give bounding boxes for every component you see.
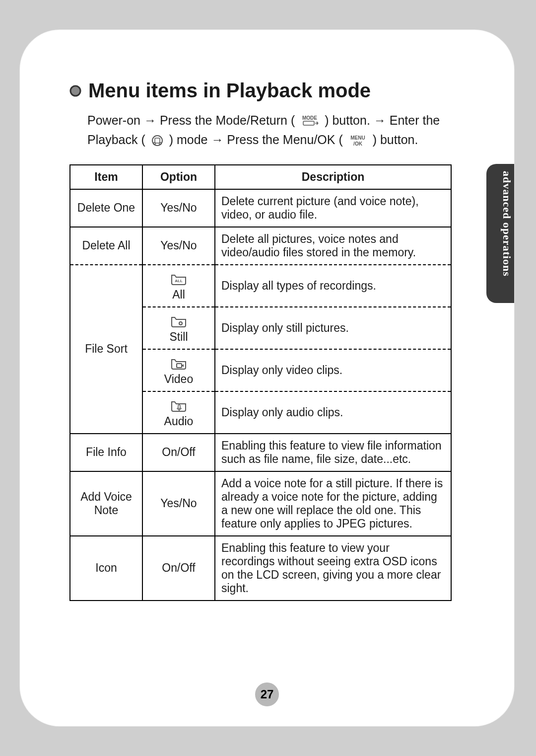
svg-rect-12 — [178, 405, 180, 409]
cell-item: Delete One — [70, 189, 142, 227]
table-row: Delete One Yes/No Delete current picture… — [70, 189, 451, 227]
cell-option: Yes/No — [142, 227, 215, 265]
cell-option: On/Off — [142, 536, 215, 601]
table-row: Add Voice Note Yes/No Add a voice note f… — [70, 471, 451, 536]
mode-return-icon: MODE — [298, 114, 321, 128]
svg-text:MENU: MENU — [350, 135, 365, 141]
all-files-icon: ALL — [170, 270, 188, 286]
table-row: Icon On/Off Enabling this feature to vie… — [70, 536, 451, 601]
cell-desc: Enabling this feature to view your recor… — [215, 536, 451, 601]
cell-desc: Display only audio clips. — [215, 391, 451, 434]
cell-option: Audio — [142, 391, 215, 434]
playback-icon — [149, 134, 166, 148]
cell-option: ALL All — [142, 265, 215, 307]
col-item: Item — [70, 165, 142, 189]
table-row: Delete All Yes/No Delete all pictures, v… — [70, 227, 451, 265]
page-content: Menu items in Playback mode Power-on → P… — [69, 79, 452, 601]
side-tab-advanced-operations: advanced operations — [486, 164, 514, 303]
still-picture-icon — [170, 312, 188, 328]
page-number: 27 — [20, 682, 514, 706]
heading-text: Menu items in Playback mode — [88, 79, 371, 102]
table-header-row: Item Option Description — [70, 165, 451, 189]
cell-desc: Display all types of recordings. — [215, 265, 451, 307]
cell-option: Yes/No — [142, 471, 215, 536]
col-description: Description — [215, 165, 451, 189]
svg-point-6 — [159, 143, 161, 145]
video-clip-icon — [170, 355, 188, 371]
svg-rect-4 — [155, 138, 160, 143]
svg-point-0 — [70, 86, 80, 96]
svg-rect-11 — [177, 364, 182, 368]
side-tab-label: advanced operations — [501, 171, 513, 277]
intro-text-3: ) mode → Press the Menu/OK ( — [169, 133, 343, 147]
page-frame: advanced operations Menu items in Playba… — [20, 30, 514, 726]
intro-paragraph: Power-on → Press the Mode/Return ( MODE … — [87, 111, 452, 150]
cell-option: Still — [142, 307, 215, 349]
section-heading: Menu items in Playback mode — [69, 79, 452, 102]
col-option: Option — [142, 165, 215, 189]
cell-desc: Delete all pictures, voice notes and vid… — [215, 227, 451, 265]
bullet-icon — [69, 85, 81, 97]
cell-desc: Delete current picture (and voice note),… — [215, 189, 451, 227]
cell-item: Delete All — [70, 227, 142, 265]
menu-items-table: Item Option Description Delete One Yes/N… — [69, 164, 452, 601]
audio-clip-icon — [170, 397, 188, 413]
svg-rect-2 — [303, 121, 314, 125]
cell-option: Yes/No — [142, 189, 215, 227]
table-row: File Sort ALL All Display all types of r… — [70, 265, 451, 307]
svg-point-10 — [179, 322, 182, 325]
cell-desc: Add a voice note for a still picture. If… — [215, 471, 451, 536]
cell-desc: Display only video clips. — [215, 349, 451, 391]
intro-text-1: Power-on → Press the Mode/Return ( — [87, 113, 295, 127]
cell-item: File Info — [70, 434, 142, 471]
cell-option: Video — [142, 349, 215, 391]
intro-text-4: ) button. — [373, 133, 418, 147]
svg-text:/OK: /OK — [353, 141, 363, 147]
menu-ok-icon: MENU /OK — [346, 134, 369, 148]
page-number-value: 27 — [255, 682, 279, 706]
cell-item: File Sort — [70, 265, 142, 434]
cell-option: On/Off — [142, 434, 215, 471]
svg-text:ALL: ALL — [175, 279, 183, 283]
cell-item: Icon — [70, 536, 142, 601]
svg-point-5 — [153, 143, 155, 145]
table-row: File Info On/Off Enabling this feature t… — [70, 434, 451, 471]
cell-desc: Display only still pictures. — [215, 307, 451, 349]
cell-desc: Enabling this feature to view file infor… — [215, 434, 451, 471]
cell-item: Add Voice Note — [70, 471, 142, 536]
svg-text:MODE: MODE — [302, 115, 317, 121]
